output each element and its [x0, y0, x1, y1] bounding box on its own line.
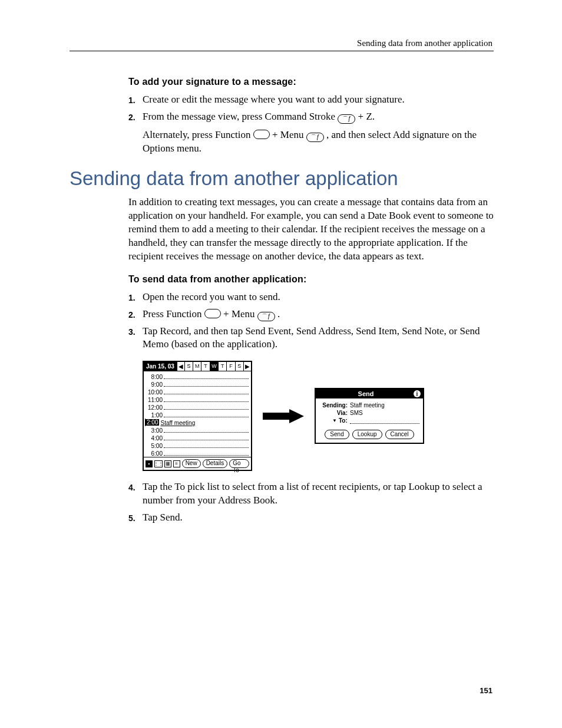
send-dialog-title: Send — [318, 390, 414, 397]
day-tab-s2[interactable]: S — [235, 362, 243, 371]
to-field[interactable] — [350, 417, 419, 424]
details-button[interactable]: Details — [203, 459, 228, 468]
time-label: 1:00 — [145, 412, 164, 419]
week-view-icon[interactable]: ⋮⋮ — [154, 460, 163, 467]
prev-week-arrow[interactable]: ◀ — [177, 362, 184, 371]
send-step-3: 3. Tap Record, and then tap Send Event, … — [128, 325, 494, 352]
time-row[interactable]: 1:00 — [145, 411, 249, 419]
datebook-rows: 8:00 9:00 10:00 11:00 12:00 1:00 2:00 St… — [144, 371, 251, 457]
next-week-arrow[interactable]: ▶ — [243, 362, 251, 371]
day-tab-s1[interactable]: S — [184, 362, 193, 371]
time-label: 5:00 — [145, 443, 164, 449]
time-row[interactable]: 12:00 — [145, 403, 249, 411]
row-line — [164, 454, 249, 456]
event-label[interactable]: Staff meeting — [160, 420, 195, 426]
step-text: Tap the To pick list to select from a li… — [143, 480, 494, 508]
figure: Jan 15, 03 ◀ S M T W T F S ▶ 8:00 9:00 1… — [143, 361, 494, 471]
via-line: Via: SMS — [319, 410, 419, 416]
step-text: Create or edit the message where you wan… — [143, 93, 494, 107]
send-button[interactable]: Send — [325, 430, 349, 439]
text-fragment: Press Function — [143, 308, 204, 319]
send-subhead: To send data from another application: — [128, 274, 494, 285]
step-number: 4. — [128, 482, 143, 493]
send-dialog-titlebar: Send i — [316, 389, 423, 398]
info-icon[interactable]: i — [414, 390, 421, 397]
send-steps-cont: 4. Tap the To pick list to select from a… — [128, 480, 494, 525]
time-row[interactable]: 4:00 — [145, 434, 249, 442]
text-fragment: + Z. — [358, 111, 375, 122]
sending-value: Staff meeting — [350, 402, 385, 409]
day-tab-m[interactable]: M — [193, 362, 201, 371]
time-label: 4:00 — [145, 435, 164, 442]
time-row[interactable]: 8:00 — [145, 373, 249, 380]
row-line — [164, 409, 249, 410]
event-time: 2:00 — [146, 419, 159, 426]
time-row[interactable]: 6:00 — [145, 449, 249, 457]
menu-key-icon: ⌒ƒ — [306, 133, 324, 142]
via-label: Via: — [319, 410, 350, 416]
send-dialog-body: Sending: Staff meeting Via: SMS To: — [316, 398, 423, 429]
time-label: 9:00 — [145, 381, 164, 388]
day-view-icon[interactable]: • — [146, 460, 153, 467]
send-step-2: 2. Press Function + Menu ⌒ƒ . — [128, 308, 494, 321]
time-row[interactable]: 5:00 — [145, 442, 249, 449]
row-line — [164, 447, 249, 448]
signature-step-1: 1. Create or edit the message where you … — [128, 93, 494, 107]
step-number: 5. — [128, 513, 143, 524]
text-fragment: Alternately, press Function — [143, 129, 253, 140]
send-step-1: 1. Open the record you want to send. — [128, 291, 494, 304]
day-tab-t2[interactable]: T — [218, 362, 226, 371]
step-number: 1. — [128, 292, 143, 304]
day-tab-w[interactable]: W — [210, 362, 218, 371]
row-line — [164, 386, 249, 387]
arrow-icon — [263, 409, 304, 423]
alternate-instruction: Alternately, press Function + Menu ⌒ƒ , … — [143, 129, 494, 156]
time-row[interactable]: 9:00 — [145, 380, 249, 388]
content-area: To add your signature to a message: 1. C… — [70, 77, 494, 534]
via-value: SMS — [350, 410, 363, 416]
row-line — [164, 439, 249, 440]
datebook-titlebar: Jan 15, 03 ◀ S M T W T F S ▶ — [144, 362, 251, 371]
lookup-button[interactable]: Lookup — [352, 430, 382, 439]
step-text: Tap Record, and then tap Send Event, Sen… — [143, 325, 494, 352]
time-label: 8:00 — [145, 374, 164, 380]
cancel-button[interactable]: Cancel — [385, 430, 414, 439]
send-steps: 1. Open the record you want to send. 2. … — [128, 291, 494, 352]
row-line — [164, 401, 249, 402]
step-number: 1. — [128, 95, 143, 106]
text-fragment: . — [277, 308, 280, 319]
text-fragment: + Menu — [272, 129, 306, 140]
new-button[interactable]: New — [182, 459, 201, 468]
time-row[interactable]: 11:00 — [145, 396, 249, 403]
datebook-date: Jan 15, 03 — [144, 362, 177, 371]
signature-subhead: To add your signature to a message: — [128, 77, 494, 87]
text-fragment: + Menu — [223, 308, 257, 319]
time-row[interactable]: 3:00 — [145, 426, 249, 434]
datebook-screen: Jan 15, 03 ◀ S M T W T F S ▶ 8:00 9:00 1… — [143, 361, 252, 471]
time-label: 10:00 — [145, 389, 164, 396]
menu-key-icon: ⌒ƒ — [257, 312, 275, 321]
function-key-icon — [253, 130, 270, 139]
send-dialog-buttons: Send Lookup Cancel — [316, 429, 423, 440]
svg-marker-0 — [263, 409, 304, 423]
row-line — [164, 416, 249, 417]
month-view-icon[interactable]: ▦ — [164, 460, 171, 467]
event-row[interactable]: 2:00 Staff meeting — [145, 419, 249, 426]
section-heading: Sending data from another application — [70, 167, 494, 190]
step-text: Press Function + Menu ⌒ƒ . — [143, 308, 494, 321]
to-picklist[interactable]: To: — [332, 417, 348, 424]
step-text: From the message view, press Command Str… — [143, 110, 494, 156]
text-fragment: From the message view, press Command Str… — [143, 111, 338, 122]
send-step-4: 4. Tap the To pick list to select from a… — [128, 480, 494, 508]
time-label: 3:00 — [145, 427, 164, 434]
agenda-view-icon[interactable]: ≡ — [173, 460, 180, 467]
send-step-5: 5. Tap Send. — [128, 511, 494, 525]
send-dialog: Send i Sending: Staff meeting Via: SMS T… — [315, 388, 424, 444]
time-row[interactable]: 10:00 — [145, 388, 249, 396]
running-head: Sending data from another application — [357, 38, 492, 48]
day-tab-t1[interactable]: T — [201, 362, 209, 371]
step-text: Tap Send. — [143, 511, 494, 525]
day-tab-f[interactable]: F — [226, 362, 234, 371]
function-key-icon — [204, 309, 221, 318]
goto-button[interactable]: Go To — [229, 459, 249, 468]
